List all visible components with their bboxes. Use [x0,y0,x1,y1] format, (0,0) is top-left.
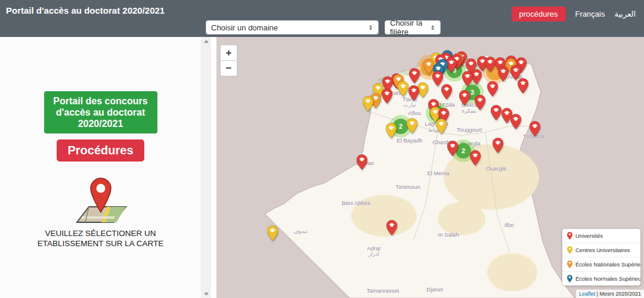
map-legend: Universités Centres Universitaires École… [562,229,640,285]
map-marker-university[interactable] [447,141,458,156]
map-marker-centre-universitaire[interactable] [386,123,397,138]
map-marker-university[interactable] [498,66,509,82]
attribution-credit: Mesrs 2020/2021 [599,291,641,297]
map-marker-university[interactable] [409,68,420,83]
map-marker-university[interactable] [386,220,397,235]
map-marker-university[interactable] [382,88,392,104]
map-place-label: Ouargla [486,165,506,172]
navbar-actions: procédures Français العربية [512,7,636,21]
map-place-label: In Salah [438,231,459,238]
sidebar-scrollbar[interactable] [201,37,211,298]
map-marker-university[interactable] [491,105,501,120]
domain-select-value: Choisir un domaine [211,23,278,32]
map-place-label: Touggourt [457,126,482,133]
zoom-out-button[interactable]: − [221,61,237,76]
map-marker-university[interactable] [530,121,540,136]
map-place-label: Aflou [408,110,421,116]
lang-french-link[interactable]: Français [575,10,605,18]
map-marker-university[interactable] [357,154,367,170]
legend-item-centre-universitaire: Centres Universitaires [562,243,640,257]
map-marker-centre-universitaire[interactable] [407,118,417,134]
map-place-label: Djanet [426,286,442,293]
page-title: Portail d'accès au doctorat 2020/2021 [6,5,165,15]
map-marker-centre-universitaire[interactable] [398,81,408,97]
map-marker-university[interactable] [470,150,481,166]
map-place-label: Adrar [367,245,380,252]
select-updown-arrows-icon: ⇕ [427,24,435,31]
instruction-text: VEUILLEZ SÉLECTIONER UN ETABLISSEMENT SU… [11,228,190,249]
zoom-control: + − [219,44,238,77]
map-marker-university[interactable] [462,71,473,86]
map-marker-university[interactable] [518,78,528,94]
sidebar-procedures-button[interactable]: Procédures [57,139,144,162]
map-attribution: Leaflet | Mesrs 2020/2021 [576,290,644,298]
map-place-label: Tamanrasset [367,287,399,294]
map-place-label: أدرار [369,251,379,257]
map-place-label: تيارت [404,102,416,108]
map-pin-icon [71,177,131,226]
legend-item-label: Écoles Normales Supérieures [575,276,640,282]
legend-item-label: Centres Universitaires [575,247,630,253]
select-updown-arrows-icon: ⇕ [365,24,373,31]
top-navbar: Portail d'accès au doctorat 2020/2021 pr… [0,0,644,37]
map-marker-university[interactable] [510,114,521,129]
map-marker-university[interactable] [487,81,498,97]
legend-item-ecole-nationale: Écoles Nationales Supérieures [562,257,640,272]
filiere-select[interactable]: Choisir la filière ⇕ [385,20,441,35]
procedures-button[interactable]: procédures [512,7,566,21]
scroll-down-arrow-icon[interactable] [201,290,211,298]
leaflet-map[interactable]: 33322MascaraTiaretتيارتAflouLaghouatالأغ… [211,37,644,298]
map-marker-university[interactable] [493,138,503,153]
filiere-select-value: Choisir la filière [390,18,425,36]
scroll-up-arrow-icon[interactable] [201,37,211,45]
zoom-in-button[interactable]: + [221,45,237,61]
legend-item-label: Écoles Nationales Supérieures [575,262,640,268]
app-window: Portail d'accès au doctorat 2020/2021 pr… [0,0,644,298]
map-marker-centre-universitaire[interactable] [363,96,373,111]
map-marker-centre-universitaire[interactable] [267,225,278,241]
legend-item-label: Universités [575,233,603,239]
map-place-label: El Bayadh [397,137,422,144]
map-place-label: تندوف [293,228,308,234]
map-place-label: El Menia [428,170,450,176]
lang-arabic-link[interactable]: العربية [614,10,636,18]
map-marker-centre-universitaire[interactable] [436,119,447,134]
legend-item-ecole-normale: Écoles Normales Supérieures [562,272,640,285]
sidebar-panel: Portail des concours d'accès au doctorat… [0,37,201,298]
map-place-label: Illizi [504,222,514,228]
leaflet-link[interactable]: Leaflet [579,291,595,297]
map-marker-university[interactable] [475,95,485,110]
portal-banner: Portail des concours d'accès au doctorat… [44,91,157,134]
map-marker-university[interactable] [459,90,470,105]
legend-item-university: Universités [562,229,640,243]
map-marker-university[interactable] [408,85,419,101]
map-marker-university[interactable] [441,84,452,100]
domain-select[interactable]: Choisir un domaine ⇕ [206,20,379,35]
map-marker-university[interactable] [485,57,496,72]
map-place-label: Timimoun [395,184,420,190]
map-place-label: Béni Abbès [342,200,370,206]
